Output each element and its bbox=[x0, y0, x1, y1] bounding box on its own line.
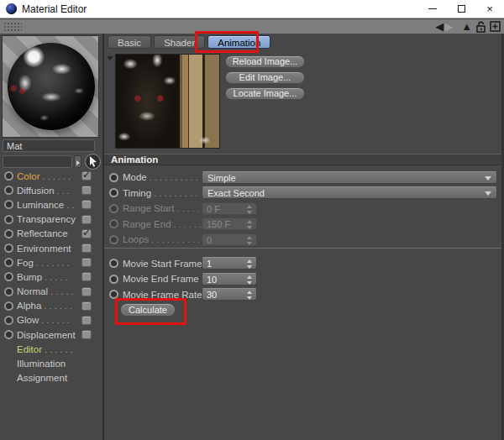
number-value: 30 bbox=[207, 290, 217, 300]
window-title: Material Editor bbox=[22, 3, 87, 15]
number-value: 0 F bbox=[207, 204, 220, 214]
number-field[interactable]: 0 bbox=[202, 233, 257, 246]
history-back-icon[interactable]: ◀ bbox=[435, 21, 444, 32]
dot-leader: . . . . . bbox=[45, 272, 102, 282]
channel-row[interactable]: Color . . . . . . ✓ bbox=[0, 169, 102, 183]
number-field[interactable]: 150 F bbox=[202, 217, 257, 230]
animation-dot-icon[interactable] bbox=[109, 204, 118, 213]
lock-icon[interactable] bbox=[475, 21, 486, 33]
channel-checkbox[interactable]: ✓ bbox=[81, 316, 92, 325]
image-action-button[interactable]: Edit Image... bbox=[225, 71, 305, 84]
stepper-arrows-icon[interactable] bbox=[246, 275, 253, 285]
dropdown-select[interactable]: Exact Second bbox=[202, 186, 497, 199]
channel-animation-dot-icon[interactable] bbox=[4, 215, 13, 224]
minimize-button[interactable] bbox=[418, 0, 447, 18]
setting-row: Loops . . . . . . . . . . 0 0 bbox=[104, 232, 501, 248]
add-icon[interactable] bbox=[490, 21, 501, 32]
channel-checkbox[interactable]: ✓ bbox=[81, 215, 92, 224]
channel-row[interactable]: Fog . . . . . . . ✓ bbox=[0, 255, 102, 270]
channel-checkbox[interactable]: ✓ bbox=[81, 244, 92, 253]
channel-row[interactable]: Editor . . . . . . ✓ bbox=[0, 342, 102, 356]
dot-leader: . . . . . bbox=[50, 286, 102, 296]
channel-row[interactable]: Reflectance ✓ bbox=[0, 227, 102, 241]
animation-dot-icon[interactable] bbox=[109, 219, 118, 228]
animation-section-header: Animation bbox=[104, 154, 501, 165]
channel-checkbox[interactable]: ✓ bbox=[81, 301, 92, 311]
number-field[interactable]: 0 F bbox=[202, 202, 257, 215]
setting-label: Range End bbox=[123, 219, 171, 229]
setting-label: Movie Frame Rate bbox=[123, 290, 202, 300]
number-field[interactable]: 1 bbox=[202, 257, 257, 270]
channel-animation-dot-icon[interactable] bbox=[4, 330, 13, 339]
channel-row[interactable]: Illumination ✓ bbox=[0, 356, 102, 370]
texture-expand-button[interactable] bbox=[74, 155, 81, 168]
channel-animation-dot-icon[interactable] bbox=[4, 301, 13, 311]
channel-checkbox[interactable]: ✓ bbox=[81, 272, 92, 281]
drag-handle[interactable] bbox=[3, 22, 22, 32]
material-preview[interactable] bbox=[2, 35, 99, 138]
stepper-arrows-icon[interactable] bbox=[246, 205, 253, 214]
channel-animation-dot-icon[interactable] bbox=[4, 171, 13, 181]
calculate-button[interactable]: Calculate bbox=[120, 303, 176, 317]
channel-row[interactable]: Bump . . . . . ✓ bbox=[0, 270, 102, 284]
channel-animation-dot-icon[interactable] bbox=[4, 272, 13, 281]
channel-checkbox[interactable]: ✓ bbox=[81, 330, 92, 339]
history-forward-icon[interactable]: ▶ bbox=[444, 21, 453, 32]
channel-label: Illumination bbox=[17, 359, 66, 369]
number-value: 0 bbox=[207, 235, 212, 245]
tab[interactable]: Shader bbox=[154, 35, 205, 49]
animation-dot-icon[interactable] bbox=[109, 173, 118, 182]
animation-dot-icon[interactable] bbox=[109, 188, 118, 197]
channel-row[interactable]: Diffusion . . . ✓ bbox=[0, 183, 102, 197]
channel-animation-dot-icon[interactable] bbox=[4, 186, 13, 195]
setting-row: Mode . . . . . . . . . . Simple Simple bbox=[104, 170, 501, 186]
channel-animation-dot-icon[interactable] bbox=[4, 244, 13, 253]
channel-checkbox[interactable]: ✓ bbox=[81, 258, 92, 267]
stepper-arrows-icon[interactable] bbox=[246, 259, 253, 269]
channel-row[interactable]: Alpha . . . . . . ✓ bbox=[0, 299, 102, 313]
channel-animation-dot-icon[interactable] bbox=[4, 229, 13, 238]
channel-animation-dot-icon[interactable] bbox=[4, 200, 13, 209]
number-field[interactable]: 10 bbox=[202, 273, 257, 285]
up-arrow-icon[interactable]: ▲ bbox=[461, 21, 472, 32]
image-action-button[interactable]: Locate Image... bbox=[225, 87, 305, 100]
animation-dot-icon[interactable] bbox=[109, 275, 118, 284]
channel-row[interactable]: Luminance . . ✓ bbox=[0, 197, 102, 212]
collapse-triangle-icon[interactable] bbox=[107, 56, 113, 60]
channel-animation-dot-icon[interactable] bbox=[4, 287, 13, 296]
stepper-arrows-icon[interactable] bbox=[246, 291, 253, 300]
stepper-arrows-icon[interactable] bbox=[246, 220, 253, 229]
animation-dot-icon[interactable] bbox=[109, 259, 118, 268]
image-action-button[interactable]: Reload Image... bbox=[225, 55, 305, 68]
channel-row[interactable]: Transparency ✓ bbox=[0, 212, 102, 227]
tab[interactable]: Basic bbox=[108, 35, 151, 49]
channel-checkbox[interactable]: ✓ bbox=[81, 200, 92, 209]
channel-checkbox[interactable]: ✓ bbox=[81, 287, 92, 296]
channel-row[interactable]: Assignment ✓ bbox=[0, 371, 102, 385]
channel-label: Editor bbox=[17, 344, 42, 354]
pick-material-button[interactable] bbox=[85, 154, 101, 170]
channel-row[interactable]: Environment ✓ bbox=[0, 241, 102, 255]
material-name-input[interactable] bbox=[3, 139, 95, 152]
tab-bar: Basic Shader Animation bbox=[108, 35, 270, 49]
channel-row[interactable]: Displacement ✓ bbox=[0, 327, 102, 342]
material-preview-sphere bbox=[8, 43, 95, 130]
animation-dot-icon[interactable] bbox=[109, 290, 118, 299]
maximize-button[interactable] bbox=[447, 0, 475, 18]
channel-checkbox[interactable]: ✓ bbox=[81, 229, 92, 238]
channel-row[interactable]: Glow . . . . . . ✓ bbox=[0, 313, 102, 327]
animation-dot-icon[interactable] bbox=[109, 235, 118, 244]
channel-label: Diffusion bbox=[17, 186, 55, 196]
channel-animation-dot-icon[interactable] bbox=[4, 316, 13, 325]
close-button[interactable]: × bbox=[475, 0, 504, 18]
channel-animation-dot-icon[interactable] bbox=[4, 258, 13, 267]
tab[interactable]: Animation bbox=[207, 35, 270, 49]
channel-checkbox[interactable]: ✓ bbox=[81, 171, 92, 181]
stepper-arrows-icon[interactable] bbox=[246, 236, 253, 245]
texture-input[interactable] bbox=[3, 155, 72, 168]
channel-row[interactable]: Normal . . . . . ✓ bbox=[0, 285, 102, 299]
channel-checkbox[interactable]: ✓ bbox=[81, 186, 92, 195]
number-field[interactable]: 30 bbox=[202, 288, 257, 301]
dropdown-select[interactable]: Simple bbox=[202, 171, 497, 184]
maximize-icon bbox=[458, 5, 465, 13]
